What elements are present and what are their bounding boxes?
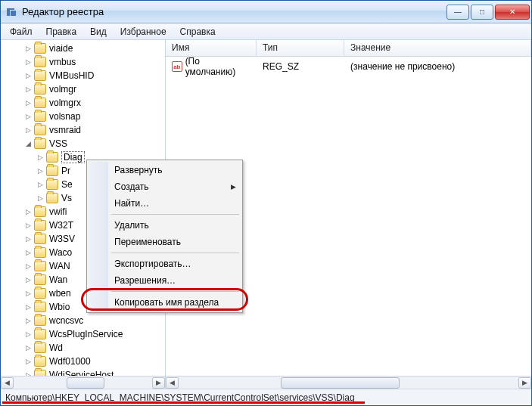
- tree-label: Waco: [49, 247, 72, 258]
- tree-node[interactable]: ▷Wdf01000: [1, 355, 165, 368]
- menu-edit[interactable]: Правка: [40, 25, 83, 39]
- ctx-find[interactable]: Найти…: [89, 195, 241, 212]
- expand-icon[interactable]: ▷: [36, 180, 45, 189]
- column-value[interactable]: Значение: [344, 40, 531, 56]
- minimize-button[interactable]: —: [446, 5, 469, 20]
- expand-icon[interactable]: ▷: [23, 71, 33, 80]
- tree-node[interactable]: ▷WcsPlugInService: [1, 327, 165, 341]
- string-value-icon: ab: [172, 61, 182, 72]
- expand-icon[interactable]: ▷: [23, 262, 33, 271]
- tree-label: VSS: [49, 138, 67, 149]
- tree-label: Wdf01000: [49, 356, 91, 367]
- scroll-left-icon[interactable]: ◀: [1, 377, 14, 389]
- menu-help[interactable]: Справка: [174, 25, 222, 39]
- tree-label: volsnap: [49, 111, 80, 122]
- column-name[interactable]: Имя: [166, 40, 257, 56]
- expand-icon[interactable]: ▷: [23, 316, 33, 325]
- window-controls: — □ ✕: [446, 5, 530, 20]
- expand-icon[interactable]: ▷: [23, 289, 33, 298]
- tree-label: WdiServiceHost: [49, 370, 114, 376]
- expand-icon[interactable]: ▷: [23, 343, 33, 352]
- expand-icon[interactable]: ▷: [23, 207, 33, 216]
- scroll-track[interactable]: [179, 377, 518, 389]
- folder-icon: [34, 261, 46, 271]
- tree-label: volmgr: [49, 84, 76, 95]
- ctx-rename[interactable]: Переименовать: [89, 234, 241, 250]
- folder-icon: [46, 193, 58, 203]
- folder-icon: [34, 98, 46, 108]
- tree-node[interactable]: ▷volmgrx: [1, 96, 165, 110]
- separator: [111, 214, 239, 215]
- scroll-track[interactable]: [14, 377, 151, 389]
- expand-icon[interactable]: ◢: [23, 139, 33, 148]
- folder-icon: [34, 70, 46, 81]
- menu-view[interactable]: Вид: [84, 25, 113, 39]
- tree-label: volmgrx: [49, 98, 81, 108]
- tree-node[interactable]: ◢VSS: [1, 137, 165, 150]
- tree-label: Wbio: [49, 302, 70, 312]
- menu-favorites[interactable]: Избранное: [114, 25, 173, 39]
- tree-node[interactable]: ▷wcncsvc: [1, 314, 165, 327]
- expand-icon[interactable]: ▷: [23, 234, 33, 243]
- ctx-new[interactable]: Создать▶: [89, 178, 241, 195]
- expand-icon[interactable]: ▷: [23, 302, 33, 311]
- folder-icon: [34, 43, 46, 54]
- tree-node[interactable]: ▷volsnap: [1, 110, 165, 123]
- tree-node[interactable]: ▷Wd: [1, 341, 165, 355]
- separator: [111, 253, 239, 253]
- expand-icon[interactable]: ▷: [36, 153, 45, 162]
- folder-icon: [34, 274, 46, 285]
- expand-icon[interactable]: ▷: [23, 57, 33, 67]
- scroll-right-icon[interactable]: ▶: [152, 377, 165, 389]
- tree-hscroll[interactable]: ◀ ▶: [1, 376, 165, 389]
- folder-icon: [34, 302, 46, 312]
- list-header: Имя Тип Значение: [166, 40, 531, 57]
- expand-icon[interactable]: ▷: [23, 370, 33, 376]
- folder-icon: [34, 356, 46, 367]
- ctx-delete[interactable]: Удалить: [89, 217, 241, 234]
- list-row[interactable]: ab (По умолчанию) REG_SZ (значение не пр…: [166, 60, 531, 73]
- expand-icon[interactable]: ▷: [23, 44, 33, 53]
- tree-label: vwifi: [49, 206, 67, 217]
- expand-icon[interactable]: ▷: [23, 330, 33, 339]
- submenu-arrow-icon: ▶: [231, 183, 236, 191]
- tree-node[interactable]: ▷volmgr: [1, 82, 165, 96]
- ctx-expand[interactable]: Развернуть: [89, 162, 241, 178]
- expand-icon[interactable]: ▷: [36, 166, 45, 175]
- close-button[interactable]: ✕: [495, 5, 530, 20]
- expand-icon[interactable]: ▷: [23, 85, 33, 94]
- ctx-export[interactable]: Экспортировать…: [89, 256, 241, 272]
- column-type[interactable]: Тип: [257, 40, 344, 56]
- folder-icon: [34, 342, 46, 353]
- tree-node[interactable]: ▷viaide: [1, 42, 165, 55]
- folder-icon: [34, 220, 46, 231]
- tree-node[interactable]: ▷vsmraid: [1, 123, 165, 137]
- menu-file[interactable]: Файл: [4, 25, 39, 39]
- tree-label: Se: [61, 179, 73, 190]
- expand-icon[interactable]: ▷: [23, 357, 33, 366]
- scroll-right-icon[interactable]: ▶: [518, 377, 531, 389]
- ctx-copy-key[interactable]: Копировать имя раздела: [89, 294, 241, 311]
- tree-node[interactable]: ▷vmbus: [1, 55, 165, 69]
- context-menu: Развернуть Создать▶ Найти… Удалить Переи…: [86, 160, 243, 313]
- expand-icon[interactable]: ▷: [23, 112, 33, 121]
- expand-icon[interactable]: ▷: [23, 98, 33, 107]
- expand-icon[interactable]: ▷: [23, 248, 33, 257]
- value-data: (значение не присвоено): [344, 61, 531, 72]
- expand-icon[interactable]: ▷: [23, 126, 33, 135]
- app-icon: [5, 6, 17, 18]
- expand-icon[interactable]: ▷: [23, 275, 33, 284]
- expand-icon[interactable]: ▷: [23, 221, 33, 230]
- list-hscroll[interactable]: ◀ ▶: [166, 376, 531, 389]
- ctx-permissions[interactable]: Разрешения…: [89, 272, 241, 289]
- scroll-left-icon[interactable]: ◀: [166, 377, 179, 389]
- folder-icon: [34, 125, 46, 135]
- folder-icon: [34, 288, 46, 299]
- tree-node[interactable]: ▷VMBusHID: [1, 69, 165, 82]
- expand-icon[interactable]: ▷: [36, 194, 45, 203]
- maximize-button[interactable]: □: [471, 5, 493, 20]
- tree-label: Wd: [49, 342, 63, 353]
- menubar: Файл Правка Вид Избранное Справка: [1, 23, 531, 40]
- tree-node[interactable]: ▷WdiServiceHost: [1, 368, 165, 376]
- tree-label: vmbus: [49, 57, 76, 67]
